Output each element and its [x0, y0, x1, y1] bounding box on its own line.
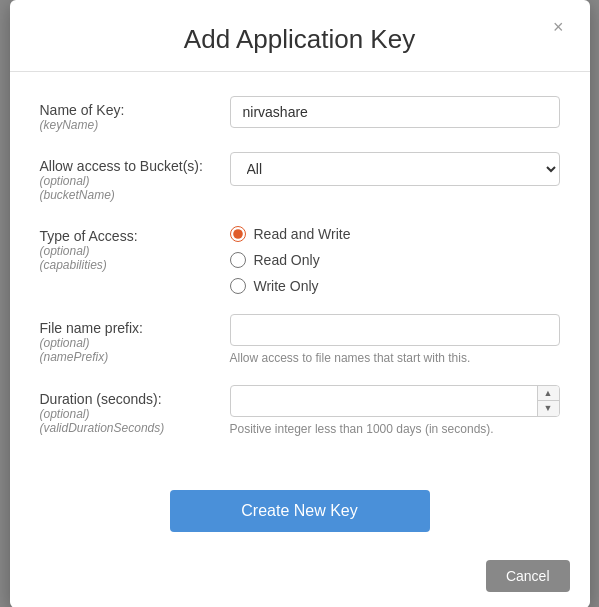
modal-actions: Cancel — [10, 552, 590, 608]
key-name-label: Name of Key: (keyName) — [40, 96, 230, 132]
key-name-input-wrap — [230, 96, 560, 128]
spinner-up-button[interactable]: ▲ — [538, 386, 559, 402]
create-key-button[interactable]: Create New Key — [170, 490, 430, 532]
duration-input-wrap: ▲ ▼ Positive integer less than 1000 days… — [230, 385, 560, 436]
duration-row: Duration (seconds): (optional) (validDur… — [40, 385, 560, 436]
file-prefix-hint: Allow access to file names that start wi… — [230, 351, 560, 365]
duration-hint: Positive integer less than 1000 days (in… — [230, 422, 560, 436]
file-prefix-row: File name prefix: (optional) (namePrefix… — [40, 314, 560, 365]
bucket-select[interactable]: All — [230, 152, 560, 186]
duration-spinner: ▲ ▼ — [230, 385, 560, 417]
close-button[interactable]: × — [547, 16, 570, 38]
modal-dialog: Add Application Key × Name of Key: (keyN… — [10, 0, 590, 607]
key-name-input[interactable] — [230, 96, 560, 128]
bucket-select-wrap: All — [230, 152, 560, 186]
modal-footer: Create New Key — [10, 480, 590, 552]
radio-group: Read and Write Read Only Write Only — [230, 222, 560, 294]
modal-title: Add Application Key — [40, 24, 560, 55]
duration-label: Duration (seconds): (optional) (validDur… — [40, 385, 230, 435]
access-type-label: Type of Access: (optional) (capabilities… — [40, 222, 230, 272]
cancel-button[interactable]: Cancel — [486, 560, 570, 592]
access-type-row: Type of Access: (optional) (capabilities… — [40, 222, 560, 294]
duration-input[interactable] — [230, 385, 560, 417]
key-name-row: Name of Key: (keyName) — [40, 96, 560, 132]
spinner-buttons: ▲ ▼ — [537, 386, 559, 416]
modal-header: Add Application Key × — [10, 0, 590, 72]
radio-write-only[interactable]: Write Only — [230, 278, 560, 294]
bucket-row: Allow access to Bucket(s): (optional) (b… — [40, 152, 560, 202]
radio-write-only-input[interactable] — [230, 278, 246, 294]
radio-read-only-input[interactable] — [230, 252, 246, 268]
radio-read-write[interactable]: Read and Write — [230, 226, 560, 242]
access-type-options: Read and Write Read Only Write Only — [230, 222, 560, 294]
spinner-down-button[interactable]: ▼ — [538, 401, 559, 416]
bucket-label: Allow access to Bucket(s): (optional) (b… — [40, 152, 230, 202]
modal-body: Name of Key: (keyName) Allow access to B… — [10, 72, 590, 480]
radio-write-only-label: Write Only — [254, 278, 319, 294]
file-prefix-input[interactable] — [230, 314, 560, 346]
radio-read-write-label: Read and Write — [254, 226, 351, 242]
file-prefix-input-wrap: Allow access to file names that start wi… — [230, 314, 560, 365]
radio-read-only[interactable]: Read Only — [230, 252, 560, 268]
modal-overlay: Add Application Key × Name of Key: (keyN… — [0, 0, 599, 607]
file-prefix-label: File name prefix: (optional) (namePrefix… — [40, 314, 230, 364]
radio-read-only-label: Read Only — [254, 252, 320, 268]
radio-read-write-input[interactable] — [230, 226, 246, 242]
